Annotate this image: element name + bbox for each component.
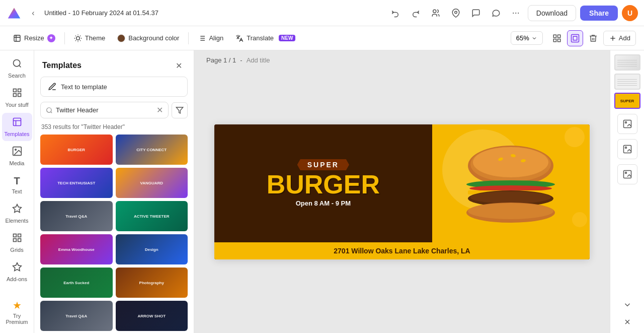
template-label: VANGUARD	[116, 168, 188, 198]
right-thumb-1[interactable]	[614, 54, 640, 71]
undo-button[interactable]	[387, 5, 404, 21]
background-button[interactable]: Background color	[112, 31, 184, 45]
svg-rect-14	[557, 39, 560, 41]
template-item[interactable]: Design	[116, 234, 188, 264]
right-thumb-3[interactable]: SUPER	[614, 93, 640, 109]
results-count: 353 results for "Twitter Header"	[34, 123, 194, 135]
zoom-level: 65%	[516, 34, 529, 42]
back-button[interactable]: ‹	[26, 6, 40, 20]
toolbar-divider-2	[188, 32, 189, 44]
burger-image	[455, 138, 566, 229]
sidebar-item-add-ons[interactable]: Add-ons	[2, 258, 32, 286]
templates-scroll: BURGER CITY CONNECT TECH ENTHUSIAST VANG…	[34, 135, 194, 333]
svg-rect-30	[18, 234, 21, 237]
sidebar-item-grids-label: Grids	[10, 247, 23, 253]
template-label: Earth Sucked	[40, 268, 113, 298]
template-label: Emma Woodhouse	[40, 234, 113, 264]
search-clear-button[interactable]: ✕	[156, 105, 163, 115]
canvas-container: SUPER BURGER Open 8 AM - 9 PM	[194, 50, 610, 333]
share-button[interactable]: Share	[580, 6, 618, 21]
main-area: Search Your stuff Templates Media T Text	[0, 50, 644, 333]
filter-button[interactable]	[172, 102, 188, 118]
svg-point-47	[470, 191, 551, 204]
sidebar-item-elements[interactable]: Elements	[2, 199, 32, 228]
search-box[interactable]: ✕	[40, 102, 169, 118]
panel-close-button[interactable]: ✕	[172, 58, 186, 73]
template-item[interactable]: Travel Q&A	[40, 201, 113, 231]
chat-button[interactable]	[488, 5, 504, 21]
text-to-template-button[interactable]: Text to template	[40, 77, 188, 97]
add-ons-icon	[12, 262, 22, 275]
right-close-button[interactable]	[617, 315, 637, 329]
search-input[interactable]	[56, 106, 153, 114]
svg-marker-28	[13, 205, 21, 213]
svg-rect-24	[18, 94, 21, 97]
more-options-button[interactable]: ···	[508, 6, 524, 20]
template-label: TECH ENTHUSIAST	[40, 168, 113, 198]
svg-line-20	[19, 65, 21, 68]
right-panel-icon-2[interactable]	[617, 139, 637, 159]
banner-right	[432, 124, 590, 242]
svg-rect-52	[623, 171, 631, 178]
svg-point-19	[13, 60, 20, 66]
sidebar-item-grids[interactable]: Grids	[2, 229, 32, 257]
template-label: BURGER	[40, 135, 113, 165]
template-item[interactable]: Emma Woodhouse	[40, 234, 113, 264]
resize-button[interactable]: Resize ✦	[8, 31, 60, 45]
template-label: Photography	[116, 268, 188, 298]
svg-rect-25	[13, 118, 21, 126]
design-canvas[interactable]: SUPER BURGER Open 8 AM - 9 PM	[214, 124, 590, 259]
panel-header: Templates ✕	[34, 50, 194, 77]
sidebar-item-try-premium[interactable]: ★ Try Premium	[2, 295, 32, 329]
elements-icon	[12, 204, 22, 216]
sidebar: Search Your stuff Templates Media T Text	[0, 50, 34, 333]
chevron-down-button[interactable]	[617, 298, 637, 312]
comment-button[interactable]	[468, 5, 484, 21]
right-panel-icon-3[interactable]	[617, 164, 637, 184]
template-item[interactable]: Earth Sucked	[40, 268, 113, 298]
topbar: ‹ Untitled - 10 February 2024 at 01.54.3…	[0, 0, 644, 26]
template-label: Travel Q&A	[40, 301, 113, 331]
frame-view-button[interactable]	[567, 30, 583, 46]
sidebar-item-media[interactable]: Media	[2, 142, 32, 170]
redo-button[interactable]	[408, 5, 424, 21]
template-item[interactable]: CITY CONNECT	[116, 135, 188, 165]
template-item[interactable]: Travel Q&A	[40, 301, 113, 331]
burger-title: BURGER	[267, 171, 380, 197]
template-item[interactable]: Photography	[116, 268, 188, 298]
svg-rect-31	[13, 239, 16, 242]
right-panel: SUPER	[610, 50, 644, 333]
translate-new-badge: NEW	[279, 35, 295, 41]
app-logo[interactable]	[6, 5, 22, 21]
templates-icon	[12, 117, 22, 129]
sidebar-item-templates[interactable]: Templates	[2, 113, 32, 141]
svg-point-34	[47, 107, 51, 112]
panel-title: Templates	[42, 61, 82, 70]
template-item[interactable]: ACTIVE TWEETER	[116, 201, 188, 231]
delete-button[interactable]	[585, 30, 601, 46]
templates-grid: BURGER CITY CONNECT TECH ENTHUSIAST VANG…	[40, 135, 188, 333]
zoom-dropdown[interactable]: 65%	[511, 31, 543, 45]
deco-ball-2	[572, 212, 587, 227]
user-avatar[interactable]: U	[622, 5, 638, 21]
grid-view-button[interactable]	[549, 30, 565, 46]
add-title-button[interactable]: Add title	[247, 56, 270, 64]
deco-ball-1	[565, 127, 585, 147]
add-button[interactable]: Add	[603, 31, 636, 46]
template-item[interactable]: TECH ENTHUSIAST	[40, 168, 113, 198]
template-item[interactable]: VANGUARD	[116, 168, 188, 198]
download-button[interactable]: Download	[528, 5, 576, 21]
align-button[interactable]: Align	[193, 31, 228, 45]
people-button[interactable]	[428, 5, 444, 21]
template-item[interactable]: BURGER	[40, 135, 113, 165]
sidebar-item-your-stuff[interactable]: Your stuff	[2, 84, 32, 112]
sidebar-item-text[interactable]: T Text	[2, 171, 32, 198]
right-panel-icon-1[interactable]	[617, 114, 637, 134]
translate-button[interactable]: Translate NEW	[230, 31, 300, 45]
location-button[interactable]	[448, 5, 464, 21]
sidebar-item-search[interactable]: Search	[2, 54, 32, 83]
right-thumb-2[interactable]	[614, 74, 640, 90]
theme-button[interactable]: Theme	[69, 31, 110, 45]
template-item-arrow-shot[interactable]: ARROW SHOT	[116, 301, 188, 331]
theme-label: Theme	[85, 34, 105, 42]
